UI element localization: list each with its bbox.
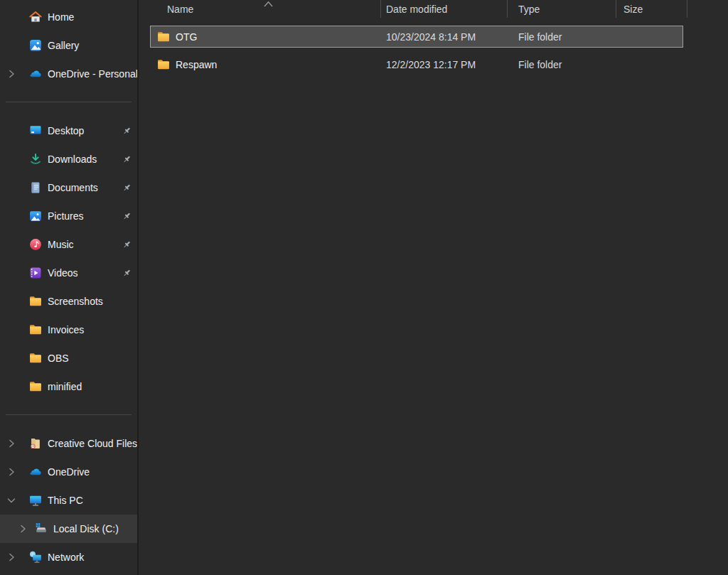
sidebar-item-obs[interactable]: OBS (0, 344, 137, 372)
chevron-spacer (6, 11, 17, 23)
gallery-icon (28, 38, 43, 53)
creative-cloud-folder-icon (28, 436, 43, 451)
chevron-spacer (6, 296, 17, 307)
file-type: File folder (518, 31, 562, 43)
sidebar-item-label: minified (48, 381, 82, 392)
folder-icon (28, 294, 43, 308)
column-resize-handle[interactable] (380, 0, 381, 18)
sidebar-item-label: Documents (48, 182, 98, 193)
sidebar-item-music[interactable]: Music (0, 230, 137, 259)
sidebar-divider (6, 102, 132, 102)
chevron-spacer (6, 125, 17, 136)
pin-icon (122, 240, 132, 250)
pin-icon (122, 126, 132, 136)
documents-icon (28, 181, 43, 195)
onedrive-icon (28, 465, 43, 479)
file-date-modified: 10/23/2024 8:14 PM (386, 31, 476, 43)
chevron-right-icon[interactable] (17, 523, 28, 534)
sidebar-item-screenshots[interactable]: Screenshots (0, 287, 137, 316)
file-row-respawn[interactable]: Respawn 12/2/2023 12:17 PM File folder (150, 53, 683, 75)
column-resize-handle[interactable] (687, 0, 687, 18)
sidebar-item-label: Local Disk (C:) (53, 523, 119, 534)
sidebar-item-label: This PC (48, 495, 83, 506)
navigation-pane: Home Gallery OneDrive - Personal Desk (0, 0, 137, 575)
file-row-otg[interactable]: OTG 10/23/2024 8:14 PM File folder (150, 26, 683, 48)
sidebar-item-label: Screenshots (48, 296, 103, 307)
column-resize-handle[interactable] (616, 0, 616, 18)
chevron-spacer (6, 239, 17, 250)
pin-icon (122, 268, 132, 279)
downloads-icon (28, 152, 43, 166)
local-disk-icon (34, 522, 48, 536)
videos-icon (28, 266, 43, 280)
pin-icon (122, 211, 132, 222)
sidebar-item-label: OBS (48, 353, 69, 364)
pin-icon (122, 154, 132, 165)
sidebar-item-label: OneDrive (48, 466, 90, 478)
pictures-icon (28, 209, 43, 223)
chevron-right-icon[interactable] (6, 438, 17, 449)
this-pc-icon (28, 493, 43, 507)
column-header-size[interactable]: Size (623, 4, 643, 15)
chevron-spacer (6, 324, 17, 335)
sidebar-item-label: Downloads (48, 154, 97, 165)
sidebar-item-minified[interactable]: minified (0, 372, 137, 401)
sidebar-item-label: Invoices (48, 324, 84, 335)
sidebar-item-label: Creative Cloud Files (48, 438, 137, 449)
chevron-spacer (6, 210, 17, 222)
file-list-pane: Name Date modified Type Size OTG 10/23/2… (139, 0, 728, 575)
network-icon (28, 550, 43, 564)
sidebar-item-creative-cloud-files[interactable]: Creative Cloud Files (0, 429, 137, 458)
sidebar-item-label: Home (48, 11, 74, 23)
folder-icon (28, 323, 43, 337)
home-icon (28, 10, 43, 24)
sidebar-item-label: Desktop (48, 125, 84, 136)
sidebar-item-gallery[interactable]: Gallery (0, 31, 137, 60)
chevron-down-icon[interactable] (6, 495, 17, 506)
sidebar-item-downloads[interactable]: Downloads (0, 145, 137, 173)
chevron-right-icon[interactable] (6, 466, 17, 478)
sidebar-item-this-pc[interactable]: This PC (0, 486, 137, 515)
sidebar-item-home[interactable]: Home (0, 3, 137, 31)
sidebar-item-documents[interactable]: Documents (0, 173, 137, 202)
column-header-type[interactable]: Type (518, 4, 540, 15)
column-header-date-modified[interactable]: Date modified (386, 4, 447, 15)
chevron-spacer (6, 353, 17, 364)
file-name: Respawn (176, 59, 217, 70)
folder-icon (28, 351, 43, 365)
file-name: OTG (176, 31, 197, 43)
sidebar-item-label: OneDrive - Personal (48, 68, 137, 80)
chevron-spacer (6, 267, 17, 279)
music-icon (28, 237, 43, 252)
sidebar-item-label: Music (48, 239, 74, 250)
folder-icon (156, 58, 171, 72)
sidebar-item-onedrive-personal[interactable]: OneDrive - Personal (0, 60, 137, 88)
sort-ascending-indicator (264, 0, 273, 4)
sidebar-item-onedrive[interactable]: OneDrive (0, 458, 137, 486)
file-date-modified: 12/2/2023 12:17 PM (386, 59, 476, 70)
sidebar-item-local-disk-c[interactable]: Local Disk (C:) (0, 515, 137, 543)
sidebar-item-invoices[interactable]: Invoices (0, 316, 137, 344)
chevron-spacer (6, 182, 17, 193)
chevron-spacer (6, 154, 17, 165)
sidebar-item-label: Videos (48, 267, 78, 279)
desktop-icon (28, 124, 43, 138)
sidebar-item-label: Pictures (48, 210, 84, 222)
file-explorer-window: Home Gallery OneDrive - Personal Desk (0, 0, 728, 575)
sidebar-item-desktop[interactable]: Desktop (0, 117, 137, 145)
folder-icon (156, 30, 171, 44)
folder-icon (28, 380, 43, 394)
column-resize-handle[interactable] (507, 0, 508, 18)
column-header-name[interactable]: Name (167, 4, 193, 15)
chevron-right-icon[interactable] (6, 552, 17, 563)
sidebar-item-pictures[interactable]: Pictures (0, 202, 137, 230)
chevron-spacer (6, 381, 17, 392)
sidebar-divider (6, 414, 132, 415)
sidebar-item-videos[interactable]: Videos (0, 259, 137, 287)
chevron-spacer (6, 40, 17, 51)
chevron-right-icon[interactable] (6, 68, 17, 80)
sidebar-item-network[interactable]: Network (0, 543, 137, 571)
pin-icon (122, 183, 132, 193)
sidebar-item-label: Network (48, 552, 84, 563)
file-type: File folder (518, 59, 562, 70)
